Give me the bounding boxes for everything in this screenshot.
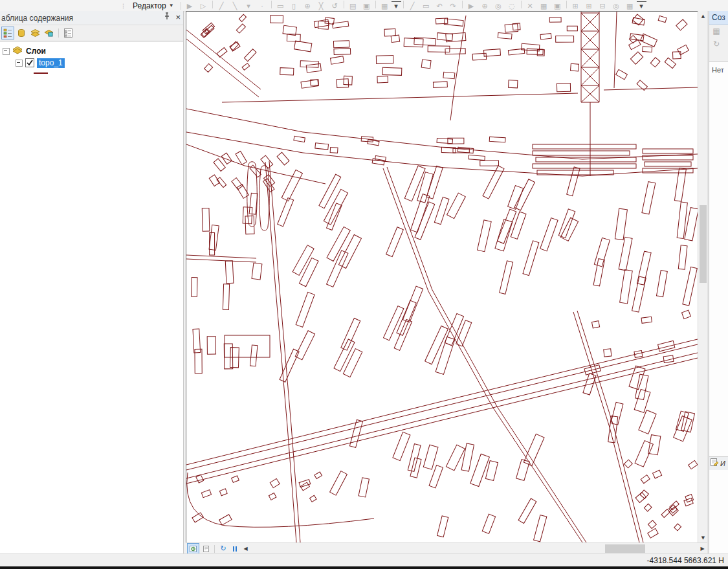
map-roads-layer	[186, 12, 698, 542]
edit-tool-icon[interactable]: ▶	[183, 1, 197, 12]
construction-tools-header[interactable]: И	[709, 456, 728, 471]
scrollbar-separator	[214, 545, 215, 553]
toc-toolbar-separator	[58, 28, 59, 38]
layout-view-button[interactable]	[201, 544, 212, 553]
map-horizontal-scrollbar[interactable]: ↻ ◀ ▶	[186, 542, 707, 554]
scroll-right-icon[interactable]: ▶	[698, 546, 707, 552]
vertical-scroll-thumb[interactable]	[700, 205, 707, 283]
create-features-panel: Соз ▦ ↻ Нет И	[709, 11, 728, 553]
chevron-down-icon: ▼	[169, 3, 174, 8]
reshape-feature-tool-icon[interactable]: ▯	[287, 1, 301, 12]
horizontal-scroll-track[interactable]	[250, 544, 698, 553]
organize-icon[interactable]: ↻	[709, 38, 723, 50]
toolbar-separator	[212, 1, 213, 8]
toc-toolbar	[0, 25, 183, 41]
toolbar-separator	[344, 1, 344, 8]
list-by-selection-icon[interactable]	[42, 27, 55, 39]
editor-menu-button[interactable]: Редактор ▼	[128, 1, 179, 10]
horizontal-scroll-thumb[interactable]	[605, 544, 645, 553]
editor-overflow-icon[interactable]: ▾	[392, 1, 401, 10]
layer-line-symbol[interactable]	[34, 73, 48, 74]
list-by-drawing-order-icon[interactable]	[1, 27, 14, 39]
edit-annotation-tool-icon[interactable]: ▷	[197, 1, 210, 12]
copy-parallel-icon[interactable]: ⊟	[596, 1, 610, 12]
pause-drawing-icon[interactable]	[229, 546, 241, 552]
endpoint-arc-tool-icon[interactable]: ╲	[228, 1, 242, 12]
sketch-properties-icon[interactable]: ▣	[360, 1, 373, 12]
midpoint-tool-icon[interactable]: ·	[256, 1, 269, 12]
rotate-tool-icon[interactable]: ↺	[328, 1, 342, 12]
map-canvas[interactable]	[186, 11, 698, 543]
buffer-tool-icon[interactable]: ◎	[610, 1, 623, 12]
toc-title: аблица содержания	[1, 14, 73, 23]
scroll-down-icon[interactable]: ▼	[698, 533, 708, 542]
select-features-icon[interactable]: ▶	[465, 1, 478, 12]
toolbar-drag-handle-icon[interactable]: ⋮	[120, 3, 126, 9]
explode-tool-icon[interactable]: ⊞	[569, 1, 582, 12]
construct-points-icon[interactable]: ⊞	[582, 1, 596, 12]
construction-tools-label: И	[720, 460, 725, 467]
toc-tree: Слои topo_1	[0, 41, 183, 558]
layer-row[interactable]: topo_1	[0, 57, 183, 69]
toolbar-icons: ▶▷╱╲▾·▭▯⊕╳↺▤▣▦▾╱▭↶↷▶⊕◎◌✕▦▣⊞⊞⊟◎▦▾	[183, 0, 646, 12]
straight-segment-tool-icon[interactable]: ╱	[215, 1, 228, 12]
target-tool-icon[interactable]: ◌	[505, 1, 519, 12]
rotate-feature-icon[interactable]: ◎	[492, 1, 505, 12]
grid-tool-icon[interactable]: ▦	[623, 1, 637, 12]
scroll-up-icon[interactable]: ▲	[698, 11, 708, 21]
toolbar-separator	[181, 2, 181, 10]
toolbar-separator	[375, 1, 376, 8]
toolbar-separator	[566, 1, 567, 8]
toolbar-separator	[462, 1, 463, 8]
hatch-tool-icon[interactable]: ▦	[537, 1, 551, 12]
feature-construction-icon[interactable]: ⊕	[301, 1, 314, 12]
construction-dropdown-icon[interactable]: ▾	[242, 1, 256, 12]
pin-icon[interactable]	[164, 12, 170, 22]
status-bar: -4318.544 5663.621 Н	[0, 553, 728, 567]
toc-options-icon[interactable]	[61, 27, 74, 39]
templates-list: Нет	[709, 61, 728, 457]
snapping-tool-icon[interactable]: ╱	[406, 1, 419, 12]
create-features-title: Соз	[712, 13, 725, 22]
data-view-button[interactable]	[187, 543, 199, 554]
toolbar-separator	[403, 1, 404, 8]
toolbar-spacer	[0, 0, 119, 11]
list-by-visibility-icon[interactable]	[28, 27, 41, 39]
collapse-icon[interactable]	[16, 60, 23, 67]
close-icon[interactable]: ×	[175, 14, 181, 21]
layer-name-label[interactable]: topo_1	[37, 58, 65, 68]
split-tool-icon[interactable]: ╳	[314, 1, 328, 12]
toc-titlebar[interactable]: аблица содержания ×	[0, 11, 183, 25]
toolbar-overflow-icon[interactable]: ▾	[637, 1, 646, 10]
construction-tools-body	[709, 470, 728, 553]
taskbar-edge	[0, 566, 728, 569]
annotation-tool-icon[interactable]: ▣	[551, 1, 564, 12]
layers-group-row[interactable]: Слои	[0, 45, 183, 57]
redo-icon[interactable]: ↷	[447, 1, 460, 12]
no-templates-text: Нет	[712, 66, 728, 74]
attributes-button-icon[interactable]: ▤	[346, 1, 360, 12]
layers-group-label: Слои	[26, 47, 46, 56]
map-drawing	[186, 12, 698, 543]
undo-icon[interactable]: ↶	[433, 1, 447, 12]
editor-menu-label: Редактор	[133, 1, 166, 10]
delete-tool-icon[interactable]: ✕	[524, 1, 537, 12]
arcmap-window: ⋮ Редактор ▼ ▶▷╱╲▾·▭▯⊕╳↺▤▣▦▾╱▭↶↷▶⊕◎◌✕▦▣⊞…	[0, 0, 728, 569]
create-features-icon[interactable]: ▦	[378, 1, 392, 12]
create-features-titlebar[interactable]: Соз	[709, 11, 728, 25]
layers-group-icon	[12, 46, 23, 56]
collapse-icon[interactable]	[3, 48, 10, 55]
layer-visibility-checkbox[interactable]	[25, 58, 34, 67]
map-vertical-scrollbar[interactable]: ▲ ▼	[698, 11, 708, 542]
move-tool-icon[interactable]: ⊕	[478, 1, 492, 12]
coordinate-readout: -4318.544 5663.621 Н	[647, 556, 724, 565]
list-by-source-icon[interactable]	[15, 27, 28, 39]
refresh-view-icon[interactable]: ↻	[217, 544, 229, 553]
toolbar-separator	[521, 1, 522, 8]
templates-icon[interactable]: ▦	[709, 25, 723, 38]
save-edits-icon[interactable]: ▭	[419, 1, 433, 12]
scroll-left-icon[interactable]: ◀	[241, 546, 250, 552]
editor-toolbar: ⋮ Редактор ▼ ▶▷╱╲▾·▭▯⊕╳↺▤▣▦▾╱▭↶↷▶⊕◎◌✕▦▣⊞…	[0, 0, 728, 12]
toolbar-separator	[271, 1, 272, 8]
cut-polygons-tool-icon[interactable]: ▭	[274, 1, 287, 12]
